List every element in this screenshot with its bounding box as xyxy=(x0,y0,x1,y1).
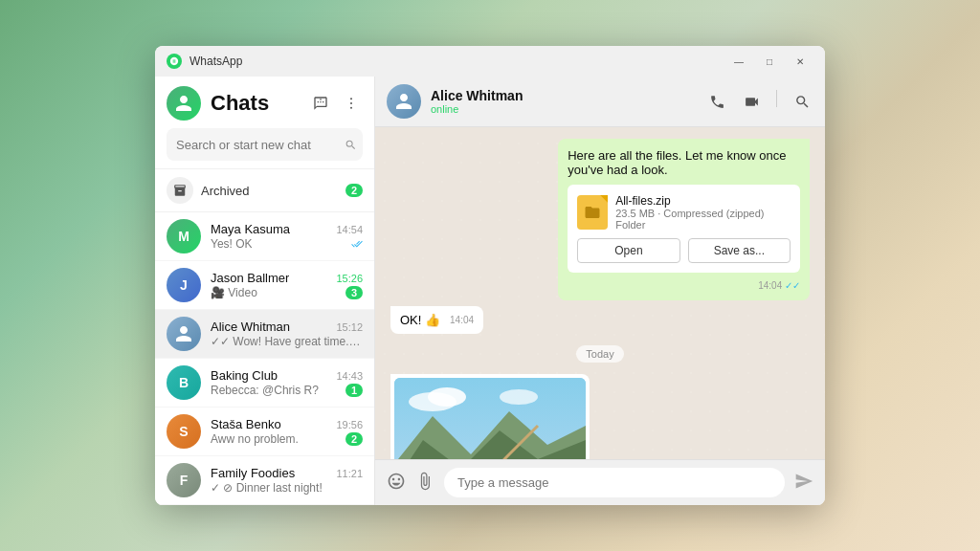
message-time: 14:04 xyxy=(450,315,474,325)
sidebar-header-icons xyxy=(309,92,363,115)
search-chat-icon[interactable] xyxy=(791,90,813,113)
app-window: WhatsApp — □ ✕ Chats xyxy=(155,46,825,505)
svg-point-2 xyxy=(350,107,352,109)
read-icon xyxy=(351,238,363,250)
user-avatar[interactable] xyxy=(167,86,201,121)
read-check: ✓✓ xyxy=(785,280,800,291)
contact-info[interactable]: Alice Whitman online xyxy=(431,88,705,115)
file-card-inner: All-files.zip 23.5 MB · Compressed (zipp… xyxy=(577,194,791,231)
new-chat-icon[interactable] xyxy=(309,92,332,115)
chat-input-bar xyxy=(375,459,825,505)
avatar: S xyxy=(167,414,201,449)
chat-name: Family Foodies xyxy=(211,466,295,480)
avatar: J xyxy=(167,268,201,302)
sidebar-header: Chats xyxy=(155,77,374,169)
date-divider: Today xyxy=(576,345,623,363)
file-message: Here are all the files. Let me know once… xyxy=(558,139,810,300)
chat-preview: 🎥 Video xyxy=(211,286,345,299)
chat-info: Alice Whitman 15:12 ✓✓ Wow! Have great t… xyxy=(211,320,363,348)
send-icon[interactable] xyxy=(794,472,813,495)
search-bar xyxy=(167,128,363,161)
message-input[interactable] xyxy=(444,468,785,497)
app-logo xyxy=(167,54,182,69)
avatar: B xyxy=(167,365,201,400)
chat-time: 15:26 xyxy=(336,273,363,284)
file-icon xyxy=(577,195,608,230)
sidebar-title: Chats xyxy=(211,91,309,116)
chat-info: Jason Ballmer 15:26 🎥 Video 3 xyxy=(211,271,363,299)
chat-preview: ✓ ⊘ Dinner last night! xyxy=(211,481,363,495)
chat-item-active[interactable]: Alice Whitman 15:12 ✓✓ Wow! Have great t… xyxy=(155,310,374,359)
message-time: 14:04 ✓✓ xyxy=(568,280,800,291)
open-file-button[interactable]: Open xyxy=(577,238,679,263)
chat-info: Family Foodies 11:21 ✓ ⊘ Dinner last nig… xyxy=(211,466,363,495)
chat-preview: Yes! OK xyxy=(211,237,351,251)
chat-list: Archived 2 M Maya Kasuma 14:54 Yes! OK xyxy=(155,169,374,505)
unread-badge: 2 xyxy=(345,432,363,446)
chat-time: 14:54 xyxy=(336,224,363,235)
svg-point-5 xyxy=(428,387,466,407)
contact-status: online xyxy=(431,103,705,115)
voice-call-icon[interactable] xyxy=(705,90,728,113)
unread-badge: 1 xyxy=(345,384,363,397)
file-actions: Open Save as... xyxy=(577,238,791,263)
chat-name: Alice Whitman xyxy=(211,320,290,334)
chat-name: Baking Club xyxy=(211,368,278,383)
svg-point-0 xyxy=(350,98,352,99)
minimize-button[interactable]: — xyxy=(725,52,752,71)
chat-preview: Aww no problem. xyxy=(211,432,345,446)
video-call-icon[interactable] xyxy=(740,90,763,113)
chat-header-icons xyxy=(705,90,813,113)
save-as-button[interactable]: Save as... xyxy=(688,238,791,263)
chat-preview: ✓✓ Wow! Have great time. Enjoy. xyxy=(211,335,363,348)
attach-icon[interactable] xyxy=(415,472,434,495)
chat-info: Maya Kasuma 14:54 Yes! OK xyxy=(211,222,363,251)
search-input[interactable] xyxy=(176,138,337,152)
app-title: WhatsApp xyxy=(189,55,725,68)
archived-row[interactable]: Archived 2 xyxy=(155,169,374,212)
avatar: F xyxy=(167,463,201,497)
svg-point-1 xyxy=(350,102,352,104)
file-size: 23.5 MB · Compressed (zipped) Folder xyxy=(615,208,791,231)
chat-preview: Rebecca: @Chris R? xyxy=(211,384,345,397)
file-card: All-files.zip 23.5 MB · Compressed (zipp… xyxy=(568,185,800,273)
archived-badge: 2 xyxy=(345,184,363,197)
avatar: M xyxy=(167,219,201,253)
message-text: OK! 👍 xyxy=(400,313,440,327)
close-button[interactable]: ✕ xyxy=(787,52,813,71)
main-chat: Alice Whitman online xyxy=(375,77,825,505)
archive-icon xyxy=(167,177,193,204)
photo-message: So beautiful here! ❤️ 15:06 xyxy=(390,374,590,459)
contact-avatar[interactable] xyxy=(387,84,421,119)
sidebar: Chats xyxy=(155,77,375,505)
chat-header: Alice Whitman online xyxy=(375,77,825,127)
chat-time: 15:12 xyxy=(336,321,363,333)
emoji-icon[interactable] xyxy=(387,472,406,495)
chat-info: Staša Benko 19:56 Aww no problem. 2 xyxy=(211,417,363,446)
unread-badge: 3 xyxy=(345,286,363,299)
file-top-text: Here are all the files. Let me know once… xyxy=(568,148,800,177)
menu-icon[interactable] xyxy=(340,92,363,115)
chat-time: 19:56 xyxy=(336,419,363,430)
window-controls: — □ ✕ xyxy=(725,52,813,71)
search-icon[interactable] xyxy=(345,133,357,156)
chat-time: 11:21 xyxy=(336,468,363,479)
chat-item[interactable]: J Jason Ballmer 15:26 🎥 Video 3 xyxy=(155,261,374,310)
sidebar-header-top: Chats xyxy=(167,86,363,121)
maximize-button[interactable]: □ xyxy=(756,52,783,71)
chat-info: Baking Club 14:43 Rebecca: @Chris R? 1 xyxy=(211,368,363,397)
divider xyxy=(776,90,777,107)
chat-item[interactable]: B Baking Club 14:43 Rebecca: @Chris R? 1 xyxy=(155,359,374,408)
svg-point-6 xyxy=(500,389,538,405)
chat-name: Jason Ballmer xyxy=(211,271,289,285)
chat-item[interactable]: M Maya Kasuma 14:54 Yes! OK xyxy=(155,212,374,261)
photo-image xyxy=(394,378,586,459)
chat-name: Maya Kasuma xyxy=(211,222,290,236)
chat-time: 14:43 xyxy=(336,370,363,382)
chat-item[interactable]: S Staša Benko 19:56 Aww no problem. 2 xyxy=(155,408,374,456)
app-body: Chats xyxy=(155,77,825,505)
chat-item[interactable]: F Family Foodies 11:21 ✓ ⊘ Dinner last n… xyxy=(155,456,374,505)
contact-name: Alice Whitman xyxy=(431,88,705,103)
ok-message: OK! 👍 14:04 xyxy=(390,306,483,334)
messages-area: Here are all the files. Let me know once… xyxy=(375,127,825,459)
